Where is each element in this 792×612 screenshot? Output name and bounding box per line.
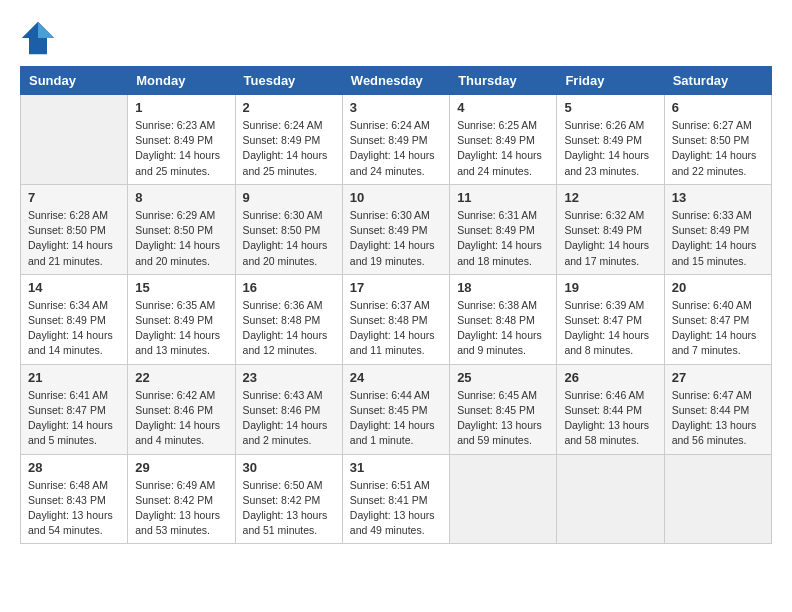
day-number: 9 — [243, 190, 335, 205]
calendar-cell: 17Sunrise: 6:37 AM Sunset: 8:48 PM Dayli… — [342, 274, 449, 364]
calendar-cell: 9Sunrise: 6:30 AM Sunset: 8:50 PM Daylig… — [235, 184, 342, 274]
calendar-cell: 4Sunrise: 6:25 AM Sunset: 8:49 PM Daylig… — [450, 95, 557, 185]
day-number: 13 — [672, 190, 764, 205]
day-number: 3 — [350, 100, 442, 115]
day-info: Sunrise: 6:23 AM Sunset: 8:49 PM Dayligh… — [135, 118, 227, 179]
calendar-cell: 20Sunrise: 6:40 AM Sunset: 8:47 PM Dayli… — [664, 274, 771, 364]
col-header-monday: Monday — [128, 67, 235, 95]
logo-icon — [20, 20, 56, 56]
page-header — [20, 20, 772, 56]
day-info: Sunrise: 6:36 AM Sunset: 8:48 PM Dayligh… — [243, 298, 335, 359]
day-number: 14 — [28, 280, 120, 295]
day-number: 20 — [672, 280, 764, 295]
calendar-cell: 13Sunrise: 6:33 AM Sunset: 8:49 PM Dayli… — [664, 184, 771, 274]
calendar-week-4: 21Sunrise: 6:41 AM Sunset: 8:47 PM Dayli… — [21, 364, 772, 454]
calendar-cell — [450, 454, 557, 544]
day-number: 5 — [564, 100, 656, 115]
calendar-cell: 28Sunrise: 6:48 AM Sunset: 8:43 PM Dayli… — [21, 454, 128, 544]
col-header-friday: Friday — [557, 67, 664, 95]
calendar-cell: 5Sunrise: 6:26 AM Sunset: 8:49 PM Daylig… — [557, 95, 664, 185]
calendar-cell: 1Sunrise: 6:23 AM Sunset: 8:49 PM Daylig… — [128, 95, 235, 185]
calendar-cell: 18Sunrise: 6:38 AM Sunset: 8:48 PM Dayli… — [450, 274, 557, 364]
day-number: 15 — [135, 280, 227, 295]
day-number: 16 — [243, 280, 335, 295]
calendar-cell: 30Sunrise: 6:50 AM Sunset: 8:42 PM Dayli… — [235, 454, 342, 544]
day-info: Sunrise: 6:33 AM Sunset: 8:49 PM Dayligh… — [672, 208, 764, 269]
day-info: Sunrise: 6:37 AM Sunset: 8:48 PM Dayligh… — [350, 298, 442, 359]
day-info: Sunrise: 6:43 AM Sunset: 8:46 PM Dayligh… — [243, 388, 335, 449]
day-number: 4 — [457, 100, 549, 115]
day-info: Sunrise: 6:45 AM Sunset: 8:45 PM Dayligh… — [457, 388, 549, 449]
day-number: 8 — [135, 190, 227, 205]
col-header-saturday: Saturday — [664, 67, 771, 95]
calendar-cell: 29Sunrise: 6:49 AM Sunset: 8:42 PM Dayli… — [128, 454, 235, 544]
day-info: Sunrise: 6:40 AM Sunset: 8:47 PM Dayligh… — [672, 298, 764, 359]
day-number: 22 — [135, 370, 227, 385]
calendar-week-3: 14Sunrise: 6:34 AM Sunset: 8:49 PM Dayli… — [21, 274, 772, 364]
day-info: Sunrise: 6:42 AM Sunset: 8:46 PM Dayligh… — [135, 388, 227, 449]
day-number: 18 — [457, 280, 549, 295]
day-info: Sunrise: 6:24 AM Sunset: 8:49 PM Dayligh… — [243, 118, 335, 179]
day-info: Sunrise: 6:41 AM Sunset: 8:47 PM Dayligh… — [28, 388, 120, 449]
calendar-cell: 22Sunrise: 6:42 AM Sunset: 8:46 PM Dayli… — [128, 364, 235, 454]
day-info: Sunrise: 6:26 AM Sunset: 8:49 PM Dayligh… — [564, 118, 656, 179]
day-info: Sunrise: 6:24 AM Sunset: 8:49 PM Dayligh… — [350, 118, 442, 179]
day-number: 2 — [243, 100, 335, 115]
calendar-cell: 31Sunrise: 6:51 AM Sunset: 8:41 PM Dayli… — [342, 454, 449, 544]
day-info: Sunrise: 6:31 AM Sunset: 8:49 PM Dayligh… — [457, 208, 549, 269]
calendar-table: SundayMondayTuesdayWednesdayThursdayFrid… — [20, 66, 772, 544]
calendar-cell: 19Sunrise: 6:39 AM Sunset: 8:47 PM Dayli… — [557, 274, 664, 364]
calendar-cell: 27Sunrise: 6:47 AM Sunset: 8:44 PM Dayli… — [664, 364, 771, 454]
day-info: Sunrise: 6:51 AM Sunset: 8:41 PM Dayligh… — [350, 478, 442, 539]
svg-marker-1 — [38, 22, 54, 38]
calendar-cell: 8Sunrise: 6:29 AM Sunset: 8:50 PM Daylig… — [128, 184, 235, 274]
calendar-header-row: SundayMondayTuesdayWednesdayThursdayFrid… — [21, 67, 772, 95]
day-info: Sunrise: 6:38 AM Sunset: 8:48 PM Dayligh… — [457, 298, 549, 359]
calendar-cell — [557, 454, 664, 544]
calendar-week-2: 7Sunrise: 6:28 AM Sunset: 8:50 PM Daylig… — [21, 184, 772, 274]
day-number: 11 — [457, 190, 549, 205]
day-number: 31 — [350, 460, 442, 475]
day-number: 19 — [564, 280, 656, 295]
day-number: 7 — [28, 190, 120, 205]
day-number: 24 — [350, 370, 442, 385]
day-number: 10 — [350, 190, 442, 205]
day-info: Sunrise: 6:39 AM Sunset: 8:47 PM Dayligh… — [564, 298, 656, 359]
col-header-thursday: Thursday — [450, 67, 557, 95]
day-info: Sunrise: 6:35 AM Sunset: 8:49 PM Dayligh… — [135, 298, 227, 359]
day-info: Sunrise: 6:32 AM Sunset: 8:49 PM Dayligh… — [564, 208, 656, 269]
calendar-cell: 16Sunrise: 6:36 AM Sunset: 8:48 PM Dayli… — [235, 274, 342, 364]
day-number: 6 — [672, 100, 764, 115]
calendar-cell: 10Sunrise: 6:30 AM Sunset: 8:49 PM Dayli… — [342, 184, 449, 274]
calendar-cell: 15Sunrise: 6:35 AM Sunset: 8:49 PM Dayli… — [128, 274, 235, 364]
day-info: Sunrise: 6:48 AM Sunset: 8:43 PM Dayligh… — [28, 478, 120, 539]
calendar-cell: 25Sunrise: 6:45 AM Sunset: 8:45 PM Dayli… — [450, 364, 557, 454]
calendar-cell: 6Sunrise: 6:27 AM Sunset: 8:50 PM Daylig… — [664, 95, 771, 185]
calendar-cell: 24Sunrise: 6:44 AM Sunset: 8:45 PM Dayli… — [342, 364, 449, 454]
day-info: Sunrise: 6:34 AM Sunset: 8:49 PM Dayligh… — [28, 298, 120, 359]
calendar-week-1: 1Sunrise: 6:23 AM Sunset: 8:49 PM Daylig… — [21, 95, 772, 185]
day-number: 30 — [243, 460, 335, 475]
day-number: 12 — [564, 190, 656, 205]
day-info: Sunrise: 6:46 AM Sunset: 8:44 PM Dayligh… — [564, 388, 656, 449]
col-header-sunday: Sunday — [21, 67, 128, 95]
calendar-cell: 26Sunrise: 6:46 AM Sunset: 8:44 PM Dayli… — [557, 364, 664, 454]
calendar-cell: 7Sunrise: 6:28 AM Sunset: 8:50 PM Daylig… — [21, 184, 128, 274]
calendar-cell: 2Sunrise: 6:24 AM Sunset: 8:49 PM Daylig… — [235, 95, 342, 185]
day-number: 28 — [28, 460, 120, 475]
day-info: Sunrise: 6:44 AM Sunset: 8:45 PM Dayligh… — [350, 388, 442, 449]
day-info: Sunrise: 6:29 AM Sunset: 8:50 PM Dayligh… — [135, 208, 227, 269]
calendar-cell: 21Sunrise: 6:41 AM Sunset: 8:47 PM Dayli… — [21, 364, 128, 454]
day-number: 23 — [243, 370, 335, 385]
day-number: 25 — [457, 370, 549, 385]
day-info: Sunrise: 6:30 AM Sunset: 8:50 PM Dayligh… — [243, 208, 335, 269]
calendar-week-5: 28Sunrise: 6:48 AM Sunset: 8:43 PM Dayli… — [21, 454, 772, 544]
day-number: 29 — [135, 460, 227, 475]
day-info: Sunrise: 6:30 AM Sunset: 8:49 PM Dayligh… — [350, 208, 442, 269]
day-info: Sunrise: 6:25 AM Sunset: 8:49 PM Dayligh… — [457, 118, 549, 179]
calendar-cell — [664, 454, 771, 544]
day-info: Sunrise: 6:27 AM Sunset: 8:50 PM Dayligh… — [672, 118, 764, 179]
calendar-cell: 23Sunrise: 6:43 AM Sunset: 8:46 PM Dayli… — [235, 364, 342, 454]
day-number: 21 — [28, 370, 120, 385]
day-number: 1 — [135, 100, 227, 115]
